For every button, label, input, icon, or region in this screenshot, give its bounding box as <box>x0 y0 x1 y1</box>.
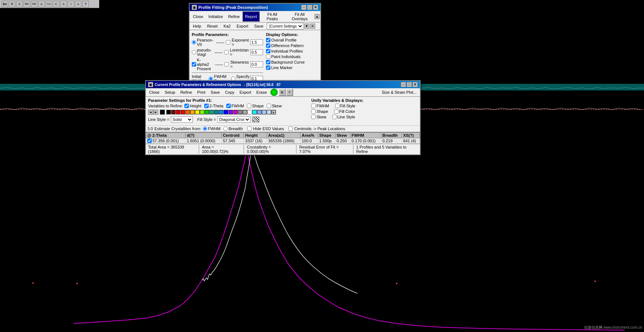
profile-menu-bar1[interactable]: Close Initialize Refine Report Fit All P… <box>190 11 320 22</box>
toolbar-i-btn[interactable]: I <box>68 1 74 7</box>
paint-individuals-label[interactable]: Paint Individuals <box>266 54 301 59</box>
pseudovoigt-radio-label[interactable]: pseudo-Voigt <box>192 48 212 57</box>
swatch-green[interactable] <box>205 110 209 114</box>
profile-menu-bar2[interactable]: Help Reset Ka2 Export Save [Current Sett… <box>190 22 320 30</box>
fill-style2-check[interactable] <box>335 104 339 108</box>
individual-profiles-check[interactable] <box>266 49 270 53</box>
unify-fwhm-check[interactable] <box>311 104 316 108</box>
skew-input[interactable] <box>250 61 263 67</box>
paint-individuals-check[interactable] <box>266 54 270 59</box>
twotheta-check-label[interactable]: 2-Theta <box>204 104 223 108</box>
shape-check[interactable] <box>247 104 251 108</box>
individual-profiles-label[interactable]: Individual Profiles <box>266 49 303 53</box>
current-profile-controls[interactable]: ─ □ ✕ <box>401 82 418 87</box>
background-curve-label[interactable]: Background Curve <box>266 60 305 64</box>
skew-check2[interactable] <box>267 104 271 108</box>
cp-copy-btn[interactable]: Copy <box>222 89 237 96</box>
line-marker-label[interactable]: Line Marker <box>266 65 292 70</box>
line-style2-label[interactable]: Line Style <box>332 115 355 119</box>
overall-profile-label[interactable]: Overall Profile <box>266 38 296 42</box>
difference-pattern-label[interactable]: Difference Pattern <box>266 43 303 48</box>
swatch-more[interactable]: ▸ <box>271 110 276 114</box>
swatch-amber[interactable] <box>190 110 195 114</box>
skew-check[interactable] <box>224 62 229 67</box>
cp-refine-btn[interactable]: Refine <box>178 89 195 96</box>
toolbar-a3-btn[interactable]: A <box>60 1 67 7</box>
height-check-label[interactable]: Height <box>184 104 201 108</box>
swatch-white[interactable] <box>248 110 252 114</box>
fill-color-check[interactable] <box>334 109 338 114</box>
hide-esd-check[interactable] <box>247 126 252 131</box>
lorentz-check[interactable] <box>224 50 229 54</box>
cp-erase-btn[interactable]: Erase <box>254 89 270 96</box>
minimize-button[interactable]: ─ <box>301 5 306 10</box>
pearson-radio[interactable] <box>192 40 196 44</box>
grid-icon2[interactable]: ⠿ <box>286 89 293 96</box>
toolbar-c-btn[interactable]: C <box>53 1 60 7</box>
fill-style2-label[interactable]: Fill Style <box>335 104 356 108</box>
swatch-gray[interactable] <box>238 110 242 114</box>
cryst-fwhm-radio[interactable] <box>203 126 207 131</box>
background-curve-check[interactable] <box>266 60 270 64</box>
settings-dropdown[interactable]: [Current Settings] <box>267 23 303 29</box>
height-check[interactable] <box>184 104 189 108</box>
centroids-check[interactable] <box>288 126 293 131</box>
cp-minimize-btn[interactable]: ─ <box>401 82 406 87</box>
unify-shape-check[interactable] <box>311 109 316 114</box>
close-menu-btn[interactable]: Close <box>190 11 206 22</box>
swatch-teal[interactable] <box>209 110 214 114</box>
toolbar-a2-btn[interactable]: A <box>38 1 45 7</box>
size-strain-btn[interactable]: Size & Strain Plot... <box>379 89 419 96</box>
swatch-lightblue2[interactable] <box>262 110 266 114</box>
toolbar-co-btn[interactable]: Co <box>46 1 52 7</box>
toolbar-a1-btn[interactable]: A <box>16 1 23 7</box>
settings-arrow-btn[interactable]: ▼ <box>304 24 309 29</box>
toolbar-be-btn[interactable]: BE <box>24 1 30 7</box>
unify-skew-label[interactable]: Skew <box>311 115 326 119</box>
close-button[interactable]: ✕ <box>313 5 318 10</box>
fwhm-check[interactable] <box>226 104 231 108</box>
fill-color-label[interactable]: Fill Color <box>334 109 355 114</box>
refine-menu-btn[interactable]: Refine <box>226 11 242 22</box>
swatch-pale[interactable] <box>267 110 271 114</box>
unify-shape-label[interactable]: Shape <box>311 109 328 114</box>
settings-close-btn[interactable]: ✕ <box>310 24 315 29</box>
main-toolbar[interactable]: Dz R A BE DE A Co C A I + ? <box>0 0 99 8</box>
toolbar-plus-btn[interactable]: + <box>75 1 82 7</box>
twotheta-check[interactable] <box>204 104 209 108</box>
kalpha-check-label[interactable]: K-alpha2 Present <box>192 58 212 71</box>
lorentz-input[interactable] <box>250 49 263 55</box>
swatch-cyan[interactable] <box>252 110 257 114</box>
color-swatches-container[interactable]: ▸ <box>166 110 276 114</box>
grid-icon1[interactable]: ⊞ <box>278 89 286 96</box>
current-profile-toolbar[interactable]: Close Setup Refine Print Save Copy Expor… <box>146 88 420 97</box>
line-marker-check[interactable] <box>266 65 270 70</box>
ka2-btn[interactable]: Ka2 <box>221 23 233 29</box>
swatch-periwinkle[interactable] <box>257 110 262 114</box>
pseudovoigt-radio[interactable] <box>192 50 196 54</box>
swatch-red[interactable] <box>176 110 180 114</box>
breadth-radio-label[interactable]: Breadth <box>223 126 243 131</box>
swatch-darkred[interactable] <box>171 110 176 114</box>
swatch-lightgray[interactable] <box>243 110 247 114</box>
cp-save-btn[interactable]: Save <box>208 89 222 96</box>
arrow-up-btn[interactable]: ▲ <box>314 14 320 19</box>
cp-setup-btn[interactable]: Setup <box>162 89 178 96</box>
swatch-black[interactable] <box>166 110 171 114</box>
nav-right[interactable]: ► <box>153 110 158 115</box>
row-check[interactable] <box>147 139 152 143</box>
cp-print-btn[interactable]: Print <box>195 89 208 96</box>
skew-check-label[interactable]: Skew <box>267 104 282 108</box>
maximize-button[interactable]: □ <box>307 5 312 10</box>
cp-export-btn[interactable]: Export <box>237 89 254 96</box>
fwhm-check-label[interactable]: FWHM <box>226 104 244 108</box>
table-row[interactable]: 57.356 (0.001) 1.6051 (0.0000) 57.345 33… <box>146 138 420 144</box>
toolbar-de-btn[interactable]: DE <box>31 1 37 7</box>
exponent-input[interactable] <box>250 39 263 45</box>
window-controls[interactable]: ─ □ ✕ <box>301 5 318 10</box>
swatch-blue[interactable] <box>224 110 228 114</box>
exponent-check[interactable] <box>226 40 230 44</box>
line-style2-check[interactable] <box>332 115 337 119</box>
fill-style-select[interactable]: Diagonal Cross <box>217 116 251 123</box>
toolbar-r-btn[interactable]: R <box>9 1 15 7</box>
